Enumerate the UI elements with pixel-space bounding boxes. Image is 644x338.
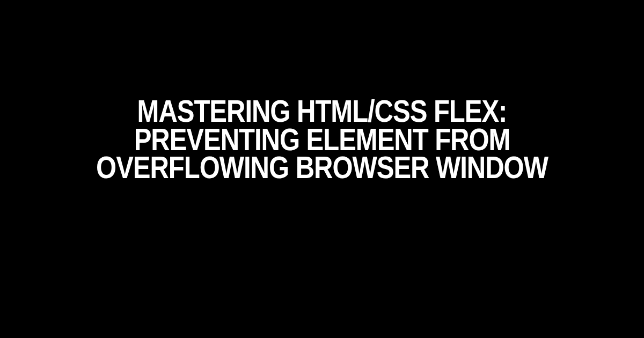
page-title: Mastering HTML/CSS Flex: Preventing Elem… — [63, 97, 580, 181]
title-container: Mastering HTML/CSS Flex: Preventing Elem… — [0, 97, 644, 181]
